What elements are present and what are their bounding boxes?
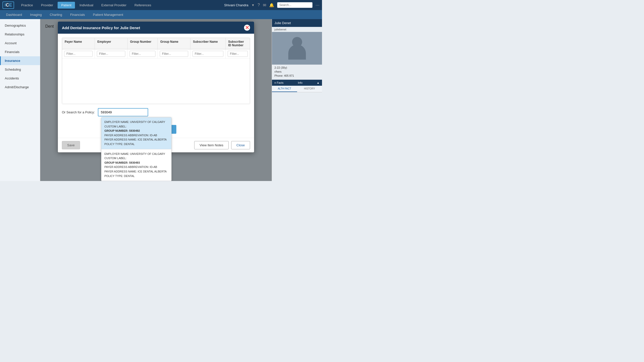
nav-imaging[interactable]: Imaging (27, 11, 45, 18)
suggestion-0-line-0: EMPLOYER NAME: UNIVERSITY OF CALGARY (104, 120, 168, 124)
filter-subscriber-id-cell (226, 49, 250, 58)
modal-body: Payer Name Employer Group Number Group N… (58, 34, 254, 123)
suggestion-0-line-5: POLICY TYPE: DENTAL (104, 142, 168, 147)
filter-subscriber-id-input[interactable] (228, 51, 248, 57)
dob-row: 2-22 (30y) (274, 66, 319, 69)
search-input[interactable] (277, 2, 312, 8)
sidebar-item-account[interactable]: Account (0, 39, 40, 48)
tab-history[interactable]: HISTORY (297, 86, 322, 92)
top-nav: ICE Practice Provider Patient Individual… (0, 0, 322, 10)
footer-right: View Item Notes Close (194, 141, 250, 149)
patient-avatar (272, 32, 322, 65)
sidebar-item-insurance[interactable]: Insurance (0, 56, 40, 65)
right-panel-header: Julie Denet (272, 19, 322, 27)
suggestion-1-line-0: EMPLOYER NAME: UNIVERSITY OF CALGARY (104, 152, 168, 156)
suggestion-0-line-2: GROUP NUMBER: 5930492 (104, 129, 168, 133)
pronouns-row: r/hers (274, 70, 319, 73)
nav-financials[interactable]: Financials (67, 11, 89, 18)
more-icon[interactable]: ⋯ (315, 3, 319, 8)
right-panel-info: 2-22 (30y) r/hers Phone: 405 871 (272, 65, 322, 80)
filter-table: Payer Name Employer Group Number Group N… (62, 38, 250, 104)
suggestion-0-line-1: CUSTOM LABEL: (104, 124, 168, 129)
suggestion-1-line-4: PAYER ADDRESS NAME: ICE DENTAL ALBERTA (104, 169, 168, 174)
nav-external-provider[interactable]: External Provider (98, 2, 130, 9)
close-button[interactable]: Close (231, 141, 250, 149)
filter-table-header: Payer Name Employer Group Number Group N… (62, 38, 250, 49)
bell-icon[interactable]: 🔔 (269, 3, 274, 8)
sidebar-item-admit-discharge[interactable]: Admit/Discharge (0, 83, 40, 92)
right-panel-tabs: ALTH FACT HISTORY (272, 86, 322, 92)
filter-group-num-cell (128, 49, 158, 58)
filter-employer-cell (95, 49, 128, 58)
filter-group-name-input[interactable] (160, 51, 188, 57)
modal-close-button[interactable]: ✕ (244, 25, 250, 31)
view-item-notes-button[interactable]: View Item Notes (194, 141, 228, 149)
suggestion-0-line-4: PAYER ADDRESS NAME: ICE DENTAL ALBERTA (104, 138, 168, 142)
tab-health-fact[interactable]: ALTH FACT (272, 86, 297, 92)
user-dropdown-icon[interactable]: ▼ (251, 3, 255, 7)
filter-subscriber-input[interactable] (192, 51, 223, 57)
col-subscriber-name: Subscriber Name (190, 38, 226, 49)
content-area: Dent Add Dental Insurance Policy for Jul… (40, 19, 272, 181)
suggestions-dropdown: EMPLOYER NAME: UNIVERSITY OF CALGARY CUS… (101, 117, 172, 181)
col-employer: Employer (95, 38, 128, 49)
sidebar-item-accidents[interactable]: Accidents (0, 74, 40, 83)
suggestion-0-line-3: PAYER ADDRESS ABBREVIATION: ID-AB (104, 133, 168, 138)
right-panel: Julie Denet juliebenet 2-22 (30y) r/hers… (272, 19, 322, 181)
nav-references[interactable]: References (131, 2, 155, 9)
nav-dashboard[interactable]: Dashboard (3, 11, 26, 18)
suggestion-1-line-5: POLICY TYPE: DENTAL (104, 174, 168, 178)
filter-inputs (62, 49, 250, 59)
mail-icon[interactable]: ✉ (263, 3, 266, 8)
phone-row: Phone: 405 871 (274, 74, 319, 77)
user-name[interactable]: Shivani Chandra (224, 3, 248, 7)
modal-overlay: Add Dental Insurance Policy for Julie De… (40, 19, 272, 181)
info-label: Info (298, 81, 302, 84)
filter-employer-input[interactable] (97, 51, 125, 57)
suggestion-item-0[interactable]: EMPLOYER NAME: UNIVERSITY OF CALGARY CUS… (101, 117, 171, 149)
nav-charting[interactable]: Charting (46, 11, 66, 18)
sidebar-item-demographics[interactable]: Demographics (0, 21, 40, 30)
table-empty-area (62, 59, 250, 104)
filter-payer-input[interactable] (64, 51, 93, 57)
modal-header: Add Dental Insurance Policy for Julie De… (58, 22, 254, 34)
filter-group-name-cell (158, 49, 190, 58)
filter-subscriber-cell (190, 49, 226, 58)
nav-patient[interactable]: Patient (58, 2, 75, 9)
policy-search-input[interactable] (98, 108, 148, 116)
col-payer-name: Payer Name (62, 38, 95, 49)
col-group-number: Group Number (128, 38, 158, 49)
sidebar-item-scheduling[interactable]: Scheduling (0, 65, 40, 74)
nav-individual[interactable]: Individual (76, 2, 97, 9)
nav-right: Shivani Chandra ▼ ? ✉ 🔔 ⋯ (224, 2, 319, 8)
main-layout: Demographics Relationships Account Finan… (0, 19, 322, 181)
app-logo: ICE (3, 2, 14, 9)
facts-label: n Facts (274, 81, 284, 84)
col-group-name: Group Name (158, 38, 190, 49)
sidebar-item-relationships[interactable]: Relationships (0, 30, 40, 39)
save-button[interactable]: Save (62, 141, 80, 149)
second-nav: Dashboard Imaging Charting Financials Pa… (0, 10, 322, 19)
modal: Add Dental Insurance Policy for Julie De… (58, 22, 254, 152)
sidebar: Demographics Relationships Account Finan… (0, 19, 40, 181)
filter-group-num-input[interactable] (130, 51, 155, 57)
suggestion-item-1[interactable]: EMPLOYER NAME: UNIVERSITY OF CALGARY CUS… (101, 149, 171, 181)
suggestion-1-line-2: GROUP NUMBER: 5930493 (104, 161, 168, 165)
suggestion-1-line-1: CUSTOM LABEL: (104, 156, 168, 161)
facts-bar: n Facts Info ▲ (272, 80, 322, 86)
suggestion-1-line-3: PAYER ADDRESS ABBREVIATION: ID-AB (104, 165, 168, 169)
filter-payer-cell (62, 49, 95, 58)
nav-provider[interactable]: Provider (37, 2, 57, 9)
col-subscriber-id: Subscriber ID Number (226, 38, 250, 49)
modal-title: Add Dental Insurance Policy for Julie De… (62, 26, 140, 30)
expand-icon[interactable]: ▲ (317, 81, 319, 84)
search-row: Or Search for a Policy: EMPLOYER NAME: U… (62, 108, 250, 116)
nav-practice[interactable]: Practice (18, 2, 36, 9)
sidebar-item-financials[interactable]: Financials (0, 48, 40, 56)
patient-username: juliebenet (272, 27, 322, 32)
nav-patient-management[interactable]: Patient Management (90, 11, 127, 18)
help-icon[interactable]: ? (258, 3, 260, 7)
patient-name: Julie Denet (274, 21, 291, 25)
search-label: Or Search for a Policy: (62, 110, 95, 114)
